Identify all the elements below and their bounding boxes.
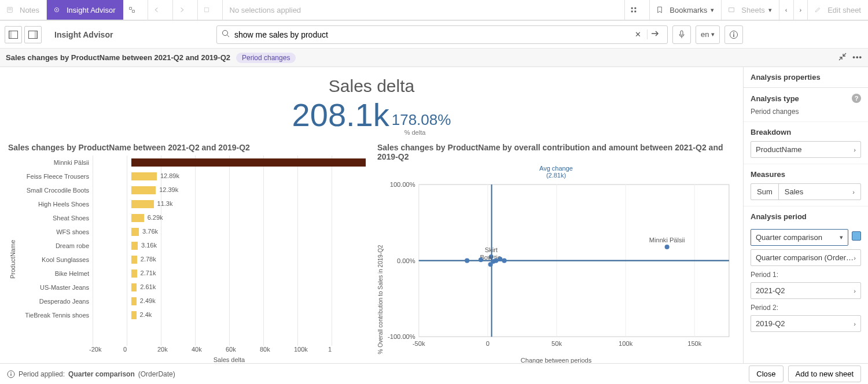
smart-search-icon	[129, 5, 138, 14]
bar-x-tick: 40k	[192, 346, 226, 353]
bar-chart-body[interactable]: Minnki PälsiiFeiss Fleece Trousers12.89k…	[17, 156, 366, 346]
bar-category-label: Bike Helmet	[17, 270, 93, 277]
minimize-icon	[838, 53, 847, 61]
bar-chart-title: Sales changes by ProductName between 202…	[8, 143, 366, 152]
bar-row[interactable]: Desperado Jeans2.49k	[17, 294, 366, 308]
period-detail-value: Quarter comparison (OrderD…	[756, 253, 854, 262]
svg-point-23	[733, 32, 734, 34]
selections-tool-button[interactable]	[624, 0, 649, 20]
svg-text:-50k: -50k	[413, 340, 425, 347]
submit-search-button[interactable]	[647, 29, 663, 39]
bar-row[interactable]: Minnki Pälsii	[17, 156, 366, 169]
bar-category-label: Kool Sunglasses	[17, 256, 93, 263]
voice-input-button[interactable]	[672, 25, 691, 44]
breakdown-field[interactable]: ProductName ›	[751, 141, 861, 158]
bar-rect[interactable]: 3.16k	[131, 242, 138, 250]
svg-text:50k: 50k	[551, 340, 562, 347]
info-button[interactable]	[724, 25, 743, 44]
bar-rect[interactable]: 2.71k	[131, 269, 137, 278]
bar-row[interactable]: Bike Helmet2.71k	[17, 267, 366, 280]
properties-header: Analysis properties	[744, 67, 868, 88]
bar-x-tick: 0	[123, 346, 157, 353]
help-icon[interactable]: ?	[852, 94, 861, 103]
step-forward-button[interactable]	[173, 0, 198, 20]
period-toggle-checkbox[interactable]	[852, 231, 861, 241]
bar-row[interactable]: Small Crocodile Boots12.39k	[17, 183, 366, 197]
period-comparison-select[interactable]: Quarter comparison ▾	[751, 229, 848, 246]
prev-sheet-button[interactable]: ‹	[779, 0, 793, 20]
bar-x-tick: 80k	[260, 346, 294, 353]
period-detail-field[interactable]: Quarter comparison (OrderD… ›	[751, 249, 861, 266]
bar-value-label: 11.3k	[157, 200, 173, 207]
language-select[interactable]: en ▾	[696, 25, 720, 44]
edit-sheet-button[interactable]: Edit sheet	[807, 0, 868, 20]
clear-selections-button[interactable]	[198, 0, 223, 20]
clear-search-button[interactable]: ✕	[631, 30, 645, 39]
bar-value-label: 6.29k	[148, 214, 163, 221]
svg-rect-14	[9, 31, 12, 38]
scatter-point[interactable]	[465, 259, 469, 263]
bar-rect[interactable]: 11.3k	[131, 200, 153, 208]
scatter-y-axis-label: % Overall contribution to Sales in 2019-…	[377, 179, 384, 355]
bar-rect[interactable]: 2.61k	[131, 283, 137, 291]
notes-label: Notes	[20, 6, 39, 14]
chevron-right-icon: ›	[800, 6, 802, 13]
bar-rect[interactable]: 2.49k	[131, 297, 136, 305]
breakdown-heading: Breakdown	[751, 128, 791, 136]
bar-rect[interactable]	[131, 158, 366, 167]
bar-row[interactable]: TieBreak Tennis shoes2.4k	[17, 308, 366, 322]
bar-rect[interactable]: 2.78k	[131, 256, 137, 264]
bar-x-tick: 100k	[294, 346, 328, 353]
next-sheet-button[interactable]: ›	[793, 0, 808, 20]
bar-rect[interactable]: 2.4k	[131, 311, 136, 319]
bar-value-label: 12.39k	[159, 186, 178, 193]
bar-rect[interactable]: 6.29k	[131, 214, 144, 222]
minimize-analysis-button[interactable]	[838, 53, 847, 62]
measure-field[interactable]: Sales ›	[779, 184, 860, 200]
analysis-type-pill: Period changes	[236, 53, 296, 63]
bar-row[interactable]: Kool Sunglasses2.78k	[17, 253, 366, 267]
bar-value-label: 12.89k	[160, 172, 179, 179]
close-button[interactable]: Close	[749, 365, 783, 382]
bar-row[interactable]: WFS shoes3.76k	[17, 225, 366, 239]
sheets-button[interactable]: Sheets ▾	[721, 0, 778, 20]
smart-search-button[interactable]	[123, 0, 148, 20]
insight-advisor-button[interactable]: Insight Advisor	[47, 0, 123, 20]
analysis-header: Sales changes by ProductName between 202…	[0, 49, 868, 67]
show-assets-panel-button[interactable]	[5, 26, 22, 43]
period2-field[interactable]: 2019-Q2 ›	[751, 315, 861, 332]
search-input[interactable]	[234, 30, 631, 39]
bar-row[interactable]: Sheat Shoes6.29k	[17, 211, 366, 225]
bar-rect[interactable]: 12.89k	[131, 172, 156, 180]
scatter-point[interactable]	[479, 257, 483, 262]
bar-row[interactable]: US-Master Jeans2.61k	[17, 280, 366, 294]
scatter-chart-body[interactable]: -50k050k100k150k100.00%0.00%-100.00%Minn…	[384, 179, 735, 355]
bookmark-icon	[657, 5, 666, 14]
bookmarks-button[interactable]: Bookmarks ▾	[649, 0, 721, 20]
bar-rect[interactable]: 12.39k	[131, 186, 156, 194]
clear-selections-icon	[204, 5, 213, 14]
bar-rect[interactable]: 3.76k	[131, 228, 139, 236]
measure-agg[interactable]: Sum	[751, 184, 779, 200]
scatter-point[interactable]	[491, 259, 495, 264]
bar-row[interactable]: Feiss Fleece Trousers12.89k	[17, 169, 366, 183]
period1-label: Period 1:	[751, 271, 861, 279]
bar-x-axis: -20k020k40k60k80k100k1	[93, 346, 366, 353]
scatter-x-axis-label: Change between periods	[377, 357, 735, 364]
scatter-point[interactable]	[665, 245, 670, 249]
period1-field[interactable]: 2021-Q2 ›	[751, 282, 861, 299]
show-properties-button[interactable]	[24, 26, 42, 43]
scatter-point[interactable]	[502, 259, 506, 263]
step-back-button[interactable]	[148, 0, 173, 20]
chevron-down-icon: ▾	[711, 6, 714, 14]
scatter-point[interactable]	[498, 257, 502, 261]
more-analysis-button[interactable]: •••	[852, 53, 862, 62]
search-box[interactable]: ✕	[216, 25, 668, 44]
bar-x-tick: -20k	[89, 346, 123, 353]
notes-button[interactable]: Notes	[0, 0, 47, 20]
measure-field-group: Sum Sales ›	[751, 183, 861, 200]
svg-rect-11	[635, 10, 637, 12]
bar-row[interactable]: High Heels Shoes11.3k	[17, 197, 366, 211]
add-to-new-sheet-button[interactable]: Add to new sheet	[788, 365, 861, 382]
bar-row[interactable]: Dream robe3.16k	[17, 239, 366, 253]
